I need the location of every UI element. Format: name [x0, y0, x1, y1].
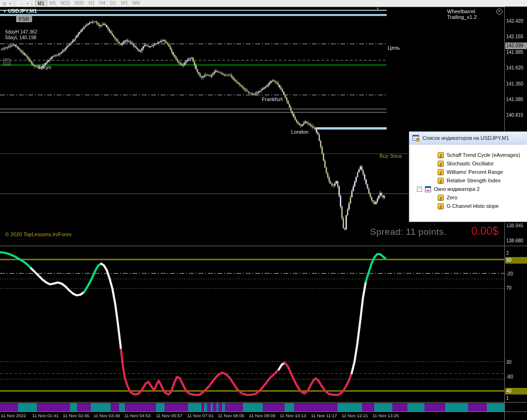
timeframe-button-w1[interactable]: W1 [119, 0, 130, 6]
pane-separator[interactable] [0, 246, 527, 246]
price-label[interactable]: 138.945 [506, 223, 523, 229]
time-label: 11 Nov 2022 [1, 413, 26, 418]
price-label[interactable]: 141.085 [506, 96, 523, 103]
indicator-function-icon: f [438, 195, 444, 201]
price-label[interactable]: -20 [506, 271, 513, 277]
price-label[interactable]: 1 [506, 395, 509, 402]
timeframe-toolbar: M1M5M15M30H1H4D1W1MN [35, 0, 143, 6]
indicator-label: Schaff Trend Cycle (eAverages) [447, 152, 520, 158]
tree-expander-icon[interactable]: − [417, 187, 422, 192]
indicator-label: G Channel Histo slope [447, 203, 499, 209]
time-label: 11 Nov 13:25 [372, 413, 399, 418]
crosshair-icon[interactable]: ＋ [20, 1, 24, 6]
indicator-label: Stochastic Oscillator [447, 161, 494, 166]
time-label: 11 Nov 03:49 [94, 413, 120, 418]
timeframe-button-h4[interactable]: H4 [97, 0, 108, 6]
level-label[interactable]: 40 [505, 388, 527, 394]
price-label[interactable]: 140.815 [506, 112, 523, 119]
chevron-down-icon[interactable]: ▾ [27, 1, 29, 6]
indicator-window-icon [425, 186, 431, 192]
indicator-list-item[interactable]: fSchaff Trend Cycle (eAverages) [409, 151, 527, 159]
indicator-function-icon: f [438, 169, 444, 175]
indicator-list-item[interactable]: fZero [409, 193, 527, 202]
time-label: 11 Nov 12:21 [342, 413, 368, 418]
indicator-label: Williams' Percent Range [447, 169, 503, 175]
indicator-function-icon: f [438, 178, 444, 184]
indicator-function-icon: f [438, 203, 444, 209]
time-label: 11 Nov 09:09 [249, 413, 276, 418]
timeframe-button-h1[interactable]: H1 [86, 0, 97, 6]
timeframe-button-m5[interactable]: M5 [47, 0, 59, 6]
price-label[interactable]: 141.885 [506, 49, 523, 56]
time-label: 11 Nov 02:45 [63, 413, 89, 418]
dialog-title: Список индикаторов на USDJPY,M1 [423, 135, 509, 141]
chart-type-icon[interactable]: ▥ [3, 1, 7, 6]
timeframe-button-m1[interactable]: M1 [35, 0, 47, 6]
timeframe-button-mn[interactable]: MN [130, 0, 143, 6]
price-label[interactable]: 142.155 [506, 34, 523, 40]
price-label[interactable]: 2 [506, 250, 509, 257]
price-label[interactable]: 138.680 [506, 238, 523, 244]
indicator-list-item[interactable]: fG Channel Histo slope [409, 202, 527, 210]
indicator-function-icon: f [438, 152, 444, 158]
dialog-titlebar[interactable]: ? Список индикаторов на USDJPY,M1 [409, 132, 527, 145]
chevron-down-icon[interactable]: ▾ [9, 1, 11, 6]
top-toolbar: ▥ ▾ ＋ ▾ M1M5M15M30H1H4D1W1MN [0, 0, 527, 7]
current-price-label[interactable]: 142.039 [505, 43, 527, 49]
level-label[interactable]: 50 [505, 257, 527, 264]
indicator-list-item[interactable]: fWilliams' Percent Range [409, 168, 527, 176]
toolbar-divider [32, 1, 32, 6]
ea-close-icon[interactable]: × [496, 9, 502, 15]
indicator-list: fSchaff Trend Cycle (eAverages)fStochast… [409, 145, 527, 210]
price-label[interactable]: -80 [506, 374, 513, 380]
price-label[interactable]: 141.620 [506, 65, 523, 71]
mt4-terminal-window: ▥ ▾ ＋ ▾ M1M5M15M30H1H4D1W1MN ▼USDJPY,M1 … [0, 0, 527, 420]
toolbar-divider [14, 1, 15, 6]
indicator-list-dialog: ? Список индикаторов на USDJPY,M1 fSchaf… [409, 131, 527, 222]
time-label: 11 Nov 01:41 [32, 413, 59, 418]
timeframe-button-m30[interactable]: M30 [72, 0, 86, 6]
indicator-label: Окно индикатора 2 [434, 186, 480, 192]
time-label: 11 Nov 10:13 [280, 413, 306, 418]
indicator-list-item[interactable]: fStochastic Oscillator [409, 159, 527, 168]
indicator-label: Zero [447, 195, 458, 200]
time-axis[interactable]: 11 Nov 202211 Nov 01:4111 Nov 02:4511 No… [0, 412, 504, 420]
time-label: 11 Nov 05:57 [156, 413, 182, 418]
price-label[interactable]: 30 [506, 359, 511, 366]
time-label: 11 Nov 04:53 [124, 413, 151, 418]
indicator-label: Relative Strength Index [447, 178, 501, 183]
indicator-list-item[interactable]: fRelative Strength Index [409, 176, 527, 185]
time-label: 11 Nov 08:05 [218, 413, 244, 418]
price-label[interactable]: 142.420 [506, 18, 523, 25]
time-label: 11 Nov 11:17 [311, 413, 337, 418]
timeframe-button-m15[interactable]: M15 [58, 0, 72, 6]
indicator-list-item[interactable]: −Окно индикатора 2 [409, 185, 527, 193]
price-label[interactable]: 141.350 [506, 81, 523, 87]
timeframe-button-d1[interactable]: D1 [108, 0, 119, 6]
indicator-function-icon: f [438, 161, 444, 167]
time-label: 11 Nov 07:01 [187, 413, 214, 418]
pane-separator[interactable] [0, 402, 527, 403]
price-label[interactable]: 70 [506, 285, 511, 291]
dialog-chart-icon: ? [412, 134, 420, 142]
